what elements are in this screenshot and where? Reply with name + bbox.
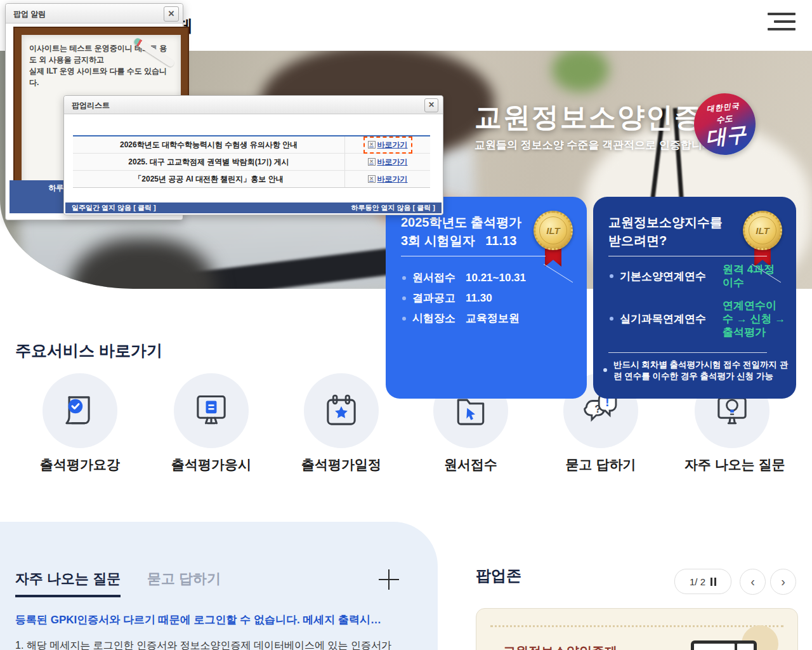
exam-item-label: 원서접수 [412,270,455,285]
services-section-title: 주요서비스 바로가기 [15,340,162,361]
faq-panel: 자주 나오는 질문 묻고 답하기 등록된 GPKI인증서와 다르기 때문에 로그… [0,522,438,650]
medal-text: ILT [546,225,560,236]
prev-button[interactable]: ‹ [740,569,766,595]
popup-list-footer: 일주일간 열지 않음 [ 클릭 ] 하루동안 열지 않음 [ 클릭 ] [65,202,442,213]
monitor-pane [694,644,735,650]
exam-schedule-card: 2025학년도 출석평가 3회 시험일자 11.13 ILT 원서접수 10.2… [386,197,587,399]
service-label: 자주 나오는 질문 [684,456,780,474]
close-for-week-link[interactable]: 일주일간 열지 않음 [ 클릭 ] [72,202,156,213]
exam-item-value: 10.21~10.31 [466,272,526,284]
plus-bar [388,569,390,590]
exam-item-label: 시험장소 [412,311,455,326]
popup-alert-title: 팝업 알림 [13,9,46,20]
shortcut-link[interactable]: ✕바로가기 [366,156,410,168]
service-label: 출석평가일정 [294,456,389,474]
table-row: 2025. 대구 고교학점제 권역별 박람회(1기) 게시 ✕바로가기 [73,154,430,171]
service-label: 출석평가요강 [32,456,128,474]
popup-zone-title: 팝업존 [476,566,521,586]
exam-item-value: 11.30 [466,292,492,305]
index-note-text: 반드시 회차별 출석평가시험 접수 전일까지 관련 연수를 이수한 경우 출석평… [613,359,790,382]
notice-title: 2026학년도 대학수학능력시험 수험생 유의사항 안내 [73,140,344,150]
banner-dot-pattern [490,625,783,627]
page: 교원정보소양인증제 교원정보소양인증제 교원들의 정보소양 수준을 객관적으로 … [0,0,812,650]
close-icon[interactable]: ✕ [164,6,179,22]
chevron-right-icon: › [781,574,785,589]
badge-line3: 대구 [705,124,747,149]
tab-qna[interactable]: 묻고 답하기 [147,569,221,588]
literacy-index-card: 교원정보소양지수를 받으려면? ILT 기본소양연계연수 원격 4과정 이수 실… [593,197,796,399]
notice-title: 「2025년 공공 AI 대전환 챌린지」홍보 안내 [73,174,344,185]
index-item: 실기과목연계연수 연계연수이수 → 신청 → 출석평가 [610,299,786,340]
hamburger-bar [774,20,796,23]
index-card-note: 반드시 회차별 출석평가시험 접수 전일까지 관련 연수를 이수한 경우 출석평… [603,359,790,382]
bullet-dot [610,317,613,321]
exam-item: 결과공고 11.30 [402,291,577,305]
monitor-document-icon [174,373,249,448]
table-row: 「2025년 공공 AI 대전환 챌린지」홍보 안내 ✕바로가기 [73,171,430,187]
index-card-title: 교원정보소양지수를 받으려면? [608,213,723,250]
next-button[interactable]: › [770,569,796,595]
popup-list-table: 2026학년도 대학수학능력시험 수험생 유의사항 안내 ✕바로가기 2025.… [73,135,430,188]
exam-item: 원서접수 10.21~10.31 [402,270,577,285]
pause-icon[interactable] [710,578,716,586]
tab-faq[interactable]: 자주 나오는 질문 [15,569,121,597]
service-label: 묻고 답하기 [553,456,648,474]
hamburger-bar [768,13,796,15]
faq-answer-preview: 1. 해당 메세지는 로그인한 인증서와 정보소양인증제 데이터베이스에 있는 … [15,639,391,650]
chevron-left-icon: ‹ [750,574,755,589]
exam-item-label: 결과공고 [412,291,455,305]
banner-title: 교원정보소양인증제 [503,643,617,650]
bullet-dot [603,368,607,372]
shortcut-link[interactable]: ✕바로가기 [366,139,410,151]
popup-titlebar[interactable]: 팝업리스트 ✕ [64,96,443,114]
medal-coin: ILT [534,211,573,250]
medal-coin: ILT [743,211,782,250]
table-row: 2026학년도 대학수학능력시험 수험생 유의사항 안내 ✕바로가기 [73,136,430,154]
new-window-icon: ✕ [368,158,376,166]
divider [608,256,767,256]
scroll-check-icon [43,373,117,448]
index-item: 기본소양연계연수 원격 4과정 이수 [610,263,786,290]
bullet-dot [610,274,613,278]
calendar-star-icon [304,373,379,448]
service-label: 원서접수 [423,456,518,474]
medal-text: ILT [756,225,769,236]
page-indicator: 1/ 2 [690,576,705,587]
index-item-value: 연계연수이수 → 신청 → 출석평가 [723,299,786,340]
popup-list-title: 팝업리스트 [72,100,110,111]
close-icon[interactable]: ✕ [424,98,438,112]
index-item-label: 실기과목연계연수 [620,312,720,326]
notice-title: 2025. 대구 고교학점제 권역별 박람회(1기) 게시 [73,157,344,168]
exam-item: 시험장소 교육정보원 [402,311,577,326]
index-item-value: 원격 4과정 이수 [723,263,786,290]
bullet-dot [402,317,406,321]
service-attendance-apply[interactable]: 출석평가응시 [164,373,259,474]
hamburger-menu-icon[interactable] [768,13,796,32]
close-for-today-link[interactable]: 하루동안 열지 않음 [ 클릭 ] [351,202,435,213]
hamburger-bar [768,28,796,30]
popup-zone-banner[interactable]: 교원정보소양인증제 [476,608,798,650]
faq-question-link[interactable]: 등록된 GPKI인증서와 다르기 때문에 로그인할 수 없습니다. 메세지 출력… [15,613,381,627]
monitor-pane [737,644,754,650]
divider [608,352,767,353]
shortcut-link[interactable]: ✕바로가기 [366,173,410,185]
index-item-label: 기본소양연계연수 [620,269,720,284]
new-window-icon: ✕ [368,175,376,183]
hero-subtitle: 교원들의 정보소양 수준을 객관적으로 인증합니다! [475,138,717,152]
popup-list-dialog: 팝업리스트 ✕ 2026학년도 대학수학능력시험 수험생 유의사항 안내 ✕바로… [63,95,443,215]
service-attendance-schedule[interactable]: 출석평가일정 [294,373,389,474]
bullet-dot [402,276,406,280]
bullet-dot [402,296,406,300]
expand-plus-icon[interactable] [379,569,399,590]
popup-titlebar[interactable]: 팝업 알림 ✕ [6,4,183,23]
badge-line1: 대한민국 [706,100,740,114]
hero-plant-shape [552,51,609,92]
ilt-medal-icon: ILT [743,211,782,269]
new-window-icon: ✕ [368,141,376,149]
ilt-medal-icon: ILT [534,211,573,269]
exam-card-title: 2025학년도 출석평가 3회 시험일자 11.13 [401,213,521,250]
exam-item-value: 교육정보원 [466,311,520,326]
popup-zone-pagination: 1/ 2 [674,569,731,594]
banner-monitor-illustration [691,640,757,650]
service-attendance-guide[interactable]: 출석평가요강 [32,373,128,474]
